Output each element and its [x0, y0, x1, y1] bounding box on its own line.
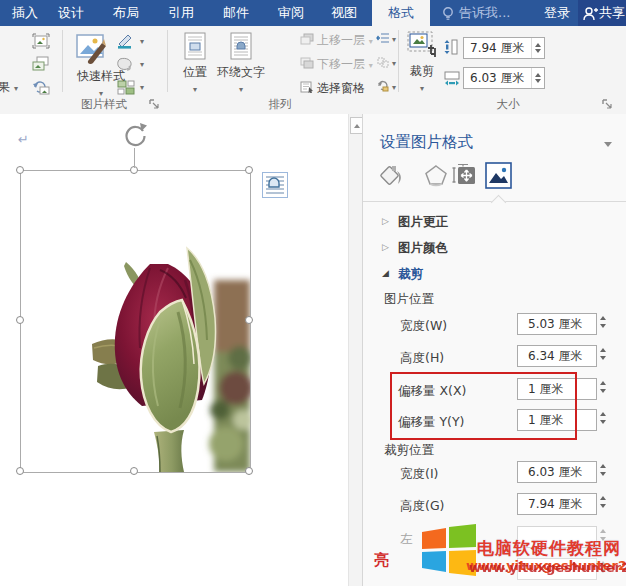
resize-handle-top-right[interactable]: [245, 166, 253, 174]
wrap-text-button[interactable]: 环绕文字 ▾: [216, 64, 266, 95]
picture-effects-icon[interactable]: [116, 56, 136, 72]
tab-review[interactable]: 审阅: [278, 0, 304, 26]
layout-options-button[interactable]: [262, 172, 288, 198]
spin-up-icon[interactable]: [535, 43, 541, 47]
resize-handle-bottom-center[interactable]: [130, 467, 138, 475]
pp-width-field[interactable]: 5.03 厘米: [517, 313, 597, 335]
effects-pentagon-icon[interactable]: [423, 163, 449, 189]
word-window: 插入 设计 布局 引用 邮件 审阅 视图 格式 告诉我... 登录 共享: [0, 0, 626, 586]
pp-height-label: 高度(H): [400, 350, 444, 367]
expander-expanded-icon[interactable]: ◢: [382, 268, 389, 278]
crop-icon[interactable]: [406, 31, 438, 61]
group-separator: [398, 30, 399, 92]
shape-width-spinner[interactable]: [531, 68, 544, 88]
chevron-down-icon[interactable]: ▾: [140, 38, 144, 46]
chevron-down-icon: ▾: [193, 85, 197, 94]
position-icon[interactable]: [182, 31, 208, 61]
rotate-objects-icon[interactable]: [376, 80, 390, 93]
tell-me-box[interactable]: 告诉我...: [459, 0, 510, 26]
tab-mailings[interactable]: 邮件: [223, 0, 249, 26]
spin-up-icon[interactable]: [535, 73, 541, 77]
pp-width-label: 宽度(W): [400, 318, 447, 335]
chevron-down-icon[interactable]: ▾: [140, 84, 144, 92]
expander-collapsed-icon[interactable]: ▷: [382, 216, 389, 226]
dialog-launcher-icon[interactable]: [149, 99, 159, 109]
tab-view[interactable]: 视图: [331, 0, 357, 26]
rotation-handle-icon[interactable]: [122, 122, 148, 148]
resize-handle-top-left[interactable]: [16, 166, 24, 174]
tab-insert[interactable]: 插入: [12, 0, 38, 26]
chevron-down-icon[interactable]: ▾: [140, 61, 144, 69]
cp-height-spinner[interactable]: [600, 496, 606, 508]
cp-width-spinner[interactable]: [600, 464, 606, 476]
section-crop[interactable]: 裁剪: [398, 266, 423, 283]
pp-height-field[interactable]: 6.34 厘米: [517, 345, 597, 367]
picture-tab-icon-selected[interactable]: [485, 162, 512, 189]
wrap-text-icon[interactable]: [228, 31, 254, 61]
pp-offset-y-spinner[interactable]: [600, 412, 606, 424]
picture-selection-box[interactable]: [20, 170, 251, 473]
resize-handle-bottom-left[interactable]: [16, 467, 24, 475]
pp-height-spinner[interactable]: [600, 348, 606, 360]
picture-effects-clipped-button[interactable]: 效果 ▾: [0, 79, 18, 96]
quick-styles-icon[interactable]: [74, 31, 108, 65]
tab-format-active[interactable]: 格式: [372, 0, 430, 26]
spin-down-icon[interactable]: [535, 49, 541, 53]
size-properties-icon[interactable]: [451, 163, 477, 189]
cp-left-label: 左: [400, 531, 413, 548]
section-picture-corrections[interactable]: 图片更正: [398, 214, 448, 231]
cp-width-field[interactable]: 6.03 厘米: [517, 461, 597, 483]
position-button[interactable]: 位置 ▾: [178, 64, 212, 95]
paragraph-mark: ↵: [18, 132, 29, 147]
dialog-launcher-icon[interactable]: [602, 99, 612, 109]
group-label-picture-styles: 图片样式: [64, 97, 144, 111]
section-picture-color[interactable]: 图片颜色: [398, 240, 448, 257]
group-label-arrange: 排列: [240, 97, 320, 111]
group-objects-icon: [376, 56, 390, 69]
spin-down-icon[interactable]: [535, 79, 541, 83]
shape-width-field[interactable]: 6.03 厘米: [463, 67, 545, 89]
effects-label: 效果: [0, 80, 10, 94]
resize-handle-bottom-right[interactable]: [245, 467, 253, 475]
pp-offset-y-field[interactable]: 1 厘米: [517, 409, 597, 431]
picture-position-heading: 图片位置: [384, 291, 434, 308]
layout-options-icon: [263, 173, 287, 197]
chevron-down-icon[interactable]: ▾: [392, 84, 396, 92]
chevron-down-icon: ▾: [239, 85, 243, 94]
tab-design[interactable]: 设计: [58, 0, 84, 26]
send-backward-label: 下移一层: [317, 57, 365, 71]
shape-height-field[interactable]: 7.94 厘米: [463, 37, 545, 59]
shape-width-value: 6.03 厘米: [470, 71, 525, 85]
chevron-down-icon[interactable]: ▾: [392, 36, 396, 44]
tab-references[interactable]: 引用: [168, 0, 194, 26]
send-backward-button: 下移一层 ▾: [317, 56, 373, 73]
tab-layout[interactable]: 布局: [113, 0, 139, 26]
selection-pane-icon[interactable]: [300, 81, 314, 93]
group-label-size: 大小: [468, 97, 548, 111]
selection-pane-button[interactable]: 选择窗格: [317, 80, 365, 97]
align-icon[interactable]: [376, 32, 390, 45]
pp-offset-x-spinner[interactable]: [600, 381, 606, 393]
reset-picture-icon[interactable]: [32, 80, 50, 96]
change-picture-icon[interactable]: [32, 56, 50, 72]
share-button[interactable]: 共享: [578, 0, 626, 26]
resize-handle-middle-left[interactable]: [16, 316, 24, 324]
picture-border-icon[interactable]: [116, 33, 136, 49]
pp-width-spinner[interactable]: [600, 316, 606, 328]
shape-height-spinner[interactable]: [531, 38, 544, 58]
resize-handle-middle-right[interactable]: [245, 316, 253, 324]
sign-in-button[interactable]: 登录: [544, 0, 570, 26]
cp-height-field[interactable]: 7.94 厘米: [517, 493, 597, 515]
remove-background-icon[interactable]: [32, 33, 50, 49]
chevron-down-icon: ▾: [420, 84, 424, 93]
tab-format-label: 格式: [372, 0, 430, 26]
crop-button[interactable]: 裁剪 ▾: [404, 63, 440, 94]
person-plus-icon: [582, 6, 598, 21]
pp-offset-x-field[interactable]: 1 厘米: [517, 378, 597, 400]
group-separator: [62, 30, 63, 92]
fill-line-icon[interactable]: [379, 163, 405, 189]
picture-layout-icon[interactable]: [116, 79, 136, 95]
pane-options-chevron-icon[interactable]: [604, 142, 612, 147]
expander-collapsed-icon[interactable]: ▷: [382, 242, 389, 252]
document-scrollbar[interactable]: [348, 114, 363, 586]
